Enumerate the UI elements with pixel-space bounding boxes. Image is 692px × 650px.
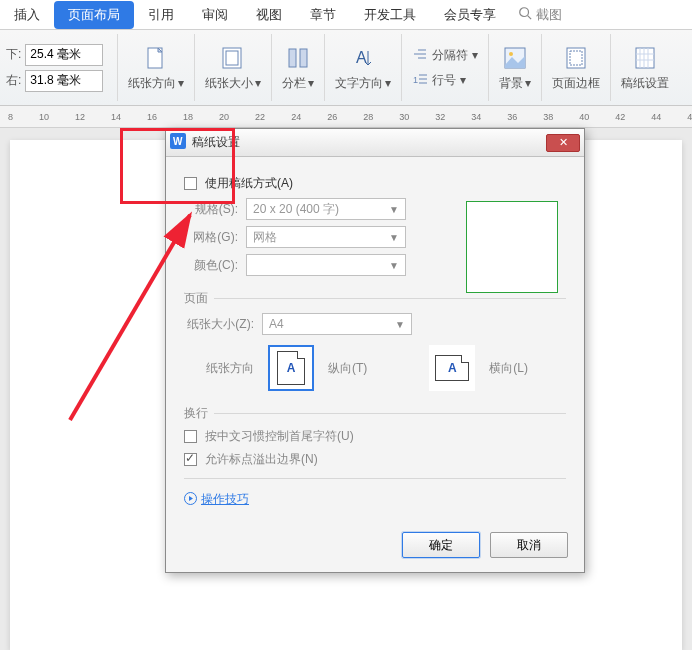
genko-icon [631, 44, 659, 72]
margin-bottom-input[interactable] [25, 44, 103, 66]
landscape-button[interactable]: A [429, 345, 475, 391]
dialog-title: 稿纸设置 [192, 134, 540, 151]
chevron-down-icon: ▼ [389, 204, 399, 215]
paper-size-icon [219, 44, 247, 72]
paper-size-select[interactable]: A4▼ [262, 313, 412, 335]
background-icon [501, 44, 529, 72]
spec-select[interactable]: 20 x 20 (400 字)▼ [246, 198, 406, 220]
svg-rect-5 [289, 49, 296, 67]
color-select[interactable]: ▼ [246, 254, 406, 276]
menu-tabs: 插入 页面布局 引用 审阅 视图 章节 开发工具 会员专享 截图 [0, 0, 692, 30]
close-icon: ✕ [559, 136, 568, 149]
search-icon [518, 6, 532, 23]
columns-icon [284, 44, 312, 72]
use-genko-label: 使用稿纸方式(A) [205, 175, 293, 192]
ruler-mark: 20 [219, 112, 229, 122]
line-number-icon: 1 [412, 71, 428, 90]
cancel-button[interactable]: 取消 [490, 532, 568, 558]
ruler-mark: 8 [8, 112, 13, 122]
ruler-mark: 46 [687, 112, 692, 122]
grid-label: 网格(G): [184, 229, 238, 246]
tab-references[interactable]: 引用 [134, 1, 188, 29]
line-number-button[interactable]: 1 行号▾ [412, 71, 466, 90]
cjk-control-label: 按中文习惯控制首尾字符(U) [205, 428, 354, 445]
tab-dev-tools[interactable]: 开发工具 [350, 1, 430, 29]
grid-preview [466, 201, 558, 293]
svg-point-0 [520, 8, 529, 17]
ruler-mark: 12 [75, 112, 85, 122]
paper-size-button[interactable]: 纸张大小▾ [195, 34, 272, 101]
ruler-mark: 16 [147, 112, 157, 122]
page-border-button[interactable]: 页面边框 [542, 34, 611, 101]
genko-settings-dialog: W 稿纸设置 ✕ 使用稿纸方式(A) 规格(S): 20 x 20 (400 字… [165, 128, 585, 573]
close-button[interactable]: ✕ [546, 134, 580, 152]
tab-review[interactable]: 审阅 [188, 1, 242, 29]
tab-view[interactable]: 视图 [242, 1, 296, 29]
chevron-down-icon: ▾ [308, 76, 314, 90]
grid-select[interactable]: 网格▼ [246, 226, 406, 248]
ruler-mark: 30 [399, 112, 409, 122]
chevron-down-icon: ▾ [385, 76, 391, 90]
ruler-mark: 22 [255, 112, 265, 122]
ruler-mark: 14 [111, 112, 121, 122]
ruler-mark: 38 [543, 112, 553, 122]
use-genko-checkbox[interactable] [184, 177, 197, 190]
svg-text:1: 1 [413, 75, 418, 85]
separator-button[interactable]: 分隔符▾ [412, 46, 478, 65]
cjk-control-checkbox[interactable] [184, 430, 197, 443]
ruler-mark: 36 [507, 112, 517, 122]
page-border-icon [562, 44, 590, 72]
tab-page-layout[interactable]: 页面布局 [54, 1, 134, 29]
separator-icon [412, 46, 428, 65]
tab-insert[interactable]: 插入 [0, 1, 54, 29]
allow-overflow-label: 允许标点溢出边界(N) [205, 451, 318, 468]
chevron-down-icon: ▾ [472, 48, 478, 62]
ruler-mark: 24 [291, 112, 301, 122]
tab-member[interactable]: 会员专享 [430, 1, 510, 29]
search-box[interactable]: 截图 [518, 6, 562, 24]
margins-group: 下: 右: [2, 34, 118, 101]
paper-orientation-button[interactable]: 纸张方向▾ [118, 34, 195, 101]
tips-link[interactable]: 操作技巧 [184, 491, 566, 508]
chevron-down-icon: ▼ [389, 232, 399, 243]
svg-line-1 [528, 16, 532, 20]
margin-bottom-label: 下: [6, 46, 21, 63]
svg-rect-6 [300, 49, 307, 67]
chevron-down-icon: ▾ [460, 73, 466, 87]
ruler-mark: 34 [471, 112, 481, 122]
ruler-mark: 28 [363, 112, 373, 122]
ruler-mark: 26 [327, 112, 337, 122]
landscape-label: 横向(L) [489, 360, 528, 377]
play-icon [184, 492, 197, 508]
section-wrap-label: 换行 [184, 405, 208, 422]
margin-right-label: 右: [6, 72, 21, 89]
text-direction-icon: A [349, 44, 377, 72]
dialog-titlebar[interactable]: W 稿纸设置 ✕ [166, 129, 584, 157]
genko-button[interactable]: 稿纸设置 [611, 34, 679, 101]
search-placeholder: 截图 [536, 6, 562, 24]
chevron-down-icon: ▾ [178, 76, 184, 90]
svg-text:W: W [173, 136, 183, 147]
horizontal-ruler: 810121416182022242628303234363840424446 [0, 106, 692, 128]
spec-label: 规格(S): [184, 201, 238, 218]
portrait-button[interactable]: A [268, 345, 314, 391]
ruler-mark: 10 [39, 112, 49, 122]
ruler-mark: 32 [435, 112, 445, 122]
color-label: 颜色(C): [184, 257, 238, 274]
text-direction-button[interactable]: A 文字方向▾ [325, 34, 402, 101]
svg-point-10 [509, 52, 513, 56]
background-button[interactable]: 背景▾ [489, 34, 542, 101]
chevron-down-icon: ▾ [525, 76, 531, 90]
columns-button[interactable]: 分栏▾ [272, 34, 325, 101]
margin-right-input[interactable] [25, 70, 103, 92]
ruler-mark: 44 [651, 112, 661, 122]
chevron-down-icon: ▼ [395, 319, 405, 330]
allow-overflow-checkbox[interactable] [184, 453, 197, 466]
ruler-mark: 18 [183, 112, 193, 122]
section-page-label: 页面 [184, 290, 208, 307]
tab-chapter[interactable]: 章节 [296, 1, 350, 29]
ruler-mark: 42 [615, 112, 625, 122]
orientation-label: 纸张方向 [184, 360, 254, 377]
ok-button[interactable]: 确定 [402, 532, 480, 558]
svg-text:A: A [356, 49, 367, 66]
